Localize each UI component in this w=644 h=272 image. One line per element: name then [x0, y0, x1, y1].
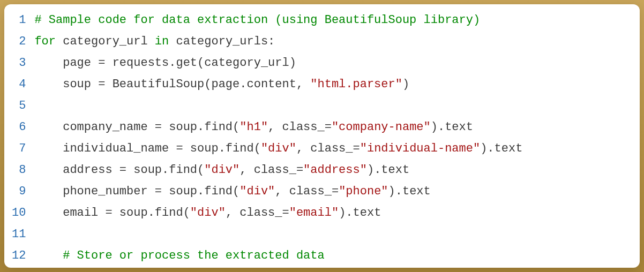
code-line: phone_number = soup.find("div", class_="…	[34, 181, 640, 202]
code-token: "div"	[190, 206, 226, 220]
code-line: email = soup.find("div", class_="email")…	[34, 202, 640, 224]
code-token: ).text	[431, 120, 473, 134]
code-token: individual_name = soup.find(	[63, 142, 261, 155]
code-line	[34, 95, 640, 117]
code-token: , class_=	[268, 120, 332, 134]
code-line: individual_name = soup.find("div", class…	[34, 138, 640, 160]
code-area[interactable]: # Sample code for data extraction (using…	[30, 10, 640, 262]
code-token: "individual-name"	[360, 142, 480, 155]
code-line	[34, 224, 640, 245]
code-token: "company-name"	[332, 120, 431, 134]
line-number: 1	[12, 10, 26, 31]
code-token: email = soup.find(	[63, 206, 190, 220]
line-number: 8	[12, 160, 26, 181]
line-number: 11	[12, 224, 26, 245]
code-token: soup = BeautifulSoup(page.content,	[63, 78, 310, 91]
code-token: "address"	[303, 163, 367, 177]
line-number: 7	[12, 138, 26, 160]
code-token: , class_=	[275, 185, 339, 198]
code-token: , class_=	[239, 163, 303, 177]
line-number: 6	[12, 117, 26, 138]
code-token: "phone"	[339, 185, 388, 198]
code-line: soup = BeautifulSoup(page.content, "html…	[34, 74, 640, 95]
code-token: , class_=	[296, 142, 360, 155]
code-token: ).text	[388, 185, 431, 198]
line-number: 10	[12, 202, 26, 224]
code-token: ).text	[367, 163, 409, 177]
code-token: page = requests.get(category_url)	[63, 56, 296, 70]
line-number: 4	[12, 74, 26, 95]
code-line: for category_url in category_urls:	[34, 31, 640, 52]
code-token: in	[155, 35, 169, 48]
code-token: ).text	[480, 142, 522, 155]
line-number: 12	[12, 245, 26, 267]
code-token: "h1"	[239, 120, 268, 134]
code-token: category_urls:	[169, 35, 275, 48]
code-token: # Store or process the extracted data	[63, 249, 324, 262]
line-number: 9	[12, 181, 26, 202]
code-token: # Sample code for data extraction (using…	[34, 13, 480, 27]
line-number: 2	[12, 31, 26, 52]
code-line: company_name = soup.find("h1", class_="c…	[34, 117, 640, 138]
code-frame: 123456789101112 # Sample code for data e…	[4, 4, 640, 268]
code-line: # Store or process the extracted data	[34, 245, 640, 262]
code-line: address = soup.find("div", class_="addre…	[34, 160, 640, 181]
code-token: category_url	[56, 35, 155, 48]
line-number: 5	[12, 95, 26, 117]
code-token: "html.parser"	[310, 78, 402, 91]
code-token: , class_=	[226, 206, 289, 220]
code-token: "div"	[239, 185, 275, 198]
code-token: company_name = soup.find(	[63, 120, 239, 134]
code-line: page = requests.get(category_url)	[34, 52, 640, 74]
code-container: 123456789101112 # Sample code for data e…	[4, 4, 640, 268]
line-number: 3	[12, 52, 26, 74]
line-number-gutter: 123456789101112	[4, 10, 30, 262]
code-token: address = soup.find(	[63, 163, 204, 177]
code-token: "div"	[204, 163, 239, 177]
code-token: "div"	[261, 142, 296, 155]
code-token: for	[34, 35, 56, 48]
code-line: # Sample code for data extraction (using…	[34, 10, 640, 31]
code-token: phone_number = soup.find(	[63, 185, 239, 198]
code-token: ).text	[339, 206, 381, 220]
code-token: )	[402, 78, 409, 91]
code-token: "email"	[289, 206, 339, 220]
